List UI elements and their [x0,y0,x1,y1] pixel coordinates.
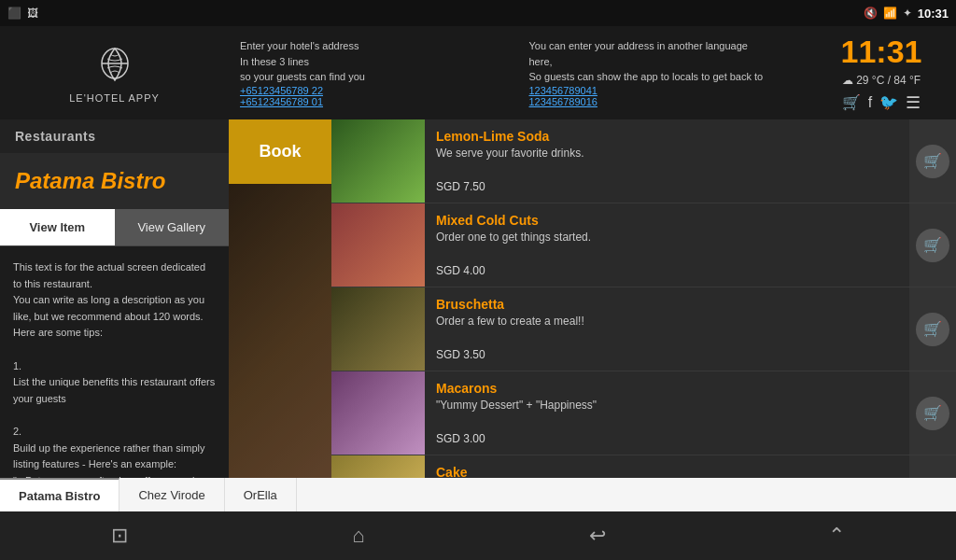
menu-item-name-1: Mixed Cold Cuts [436,213,898,228]
addr1-line2: In these 3 lines [240,54,507,70]
weather-display: ☁ 29 °C / 84 °F [842,74,921,87]
view-item-tab[interactable]: View Item [0,209,115,245]
addr2-line3: So guests can show the app to locals to … [529,69,796,85]
bottom-tabs: Patama BistroChez VirodeOrElla [0,478,956,511]
menu-item-cart-0: 🛒 [909,119,956,203]
sidebar: Restaurants Patama Bistro View Item View… [0,119,229,511]
nav-bar: ⊡ ⌂ ↩ ⌃ [0,511,956,560]
menu-item-cart-3: 🛒 [909,371,956,455]
menu-item-cart-1: 🛒 [909,203,956,287]
center-panel: Book [229,119,331,511]
menu-item: Mixed Cold Cuts Order one to get things … [331,203,956,287]
addr2-line1: You can enter your address in another la… [529,38,796,54]
main-area: Restaurants Patama Bistro View Item View… [0,119,956,511]
hotel-name: LE'HOTEL APPY [69,92,160,104]
menu-item-name-2: Bruschetta [436,297,898,312]
addr1-line1: Enter your hotel's address [240,38,507,54]
addr1-phone2[interactable]: +65123456789 01 [240,96,507,107]
addr2-line2: here, [529,54,796,70]
menu-item: Lemon-Lime Soda We serve your favorite d… [331,119,956,203]
menu-item: Macarons "Yummy Dessert" + "Happiness" S… [331,371,956,455]
menu-item-image-1 [331,203,425,287]
info-bar: LE'HOTEL APPY Enter your hotel's address… [0,26,956,119]
status-bar-left: ⬛ 🖼 [7,7,38,20]
menu-item-price-1: SGD 4.00 [436,264,898,277]
menu-item: Bruschetta Order a few to create a meal!… [331,287,956,371]
status-bar: ⬛ 🖼 🔇 📶 ✦ 10:31 [0,0,956,26]
menu-item-name-3: Macarons [436,381,898,396]
book-button[interactable]: Book [229,119,331,184]
back-nav-icon[interactable]: ↩ [569,524,626,548]
status-time: 10:31 [918,7,949,21]
restaurant-title-area: Patama Bistro [0,153,229,209]
menu-item-details-0: Lemon-Lime Soda We serve your favorite d… [425,119,909,203]
add-to-cart-button-1[interactable]: 🛒 [916,229,949,262]
menu-item-desc-3: "Yummy Dessert" + "Happiness" [436,399,898,427]
status-bar-right: 🔇 📶 ✦ 10:31 [864,7,949,21]
addr1-phone1[interactable]: +65123456789 22 [240,85,507,96]
cart-icon[interactable]: 🛒 [842,93,861,111]
description-area: This text is for the actual screen dedic… [0,246,229,511]
up-nav-icon[interactable]: ⌃ [808,524,865,548]
menu-item-price-3: SGD 3.00 [436,432,898,445]
menu-item-desc-1: Order one to get things started. [436,231,898,259]
view-tabs: View Item View Gallery [0,209,229,246]
menu-item-desc-0: We serve your favorite drinks. [436,147,898,175]
screen-icon: ⬛ [7,7,21,20]
sidebar-header: Restaurants [0,119,229,153]
menu-item-desc-2: Order a few to create a meal!! [436,315,898,343]
social-row: 🛒 f 🐦 ☰ [842,92,921,113]
square-nav-icon[interactable]: ⊡ [91,524,148,548]
addr1-line3: so your guests can find you [240,69,507,85]
bottom-tab-patama-bistro[interactable]: Patama Bistro [0,478,120,511]
description-text: This text is for the actual screen dedic… [13,261,218,511]
menu-item-details-3: Macarons "Yummy Dessert" + "Happiness" S… [425,371,909,455]
hamburger-menu-icon[interactable]: ☰ [906,92,921,113]
no-sound-icon: 🔇 [864,7,878,20]
address-col2: You can enter your address in another la… [518,26,808,119]
menu-item-name-0: Lemon-Lime Soda [436,129,898,144]
facebook-icon[interactable]: f [868,94,872,111]
menu-item-image-2 [331,287,425,371]
hotel-logo-area: LE'HOTEL APPY [0,26,229,119]
image-overlay [229,184,331,511]
menu-item-cart-2: 🛒 [909,287,956,371]
address-col1: Enter your hotel's address In these 3 li… [229,26,518,119]
image-icon: 🖼 [27,7,38,20]
bottom-tab-chez-virode[interactable]: Chez Virode [120,478,224,511]
menu-item-price-2: SGD 3.50 [436,348,898,361]
view-gallery-tab[interactable]: View Gallery [115,209,230,245]
menu-item-image-3 [331,371,425,455]
hotel-logo [87,42,143,89]
menu-item-image-0 [331,119,425,203]
addr2-phone2[interactable]: 123456789016 [529,96,796,107]
star-icon: ✦ [903,7,912,20]
menu-list: Lemon-Lime Soda We serve your favorite d… [331,119,956,511]
wifi-icon: 📶 [883,7,897,20]
big-clock: 11:31 [841,34,922,70]
add-to-cart-button-2[interactable]: 🛒 [916,313,949,346]
twitter-icon[interactable]: 🐦 [879,93,898,111]
restaurant-title: Patama Bistro [15,168,214,194]
addr2-phone1[interactable]: 123456789041 [529,85,796,96]
restaurant-image [229,184,331,511]
clock-area: 11:31 ☁ 29 °C / 84 °F 🛒 f 🐦 ☰ [807,26,956,119]
add-to-cart-button-3[interactable]: 🛒 [916,397,949,430]
menu-item-details-1: Mixed Cold Cuts Order one to get things … [425,203,909,287]
add-to-cart-button-0[interactable]: 🛒 [916,145,949,178]
bottom-tab-orella[interactable]: OrElla [225,478,297,511]
menu-item-details-2: Bruschetta Order a few to create a meal!… [425,287,909,371]
home-nav-icon[interactable]: ⌂ [330,524,387,548]
menu-item-price-0: SGD 7.50 [436,180,898,193]
